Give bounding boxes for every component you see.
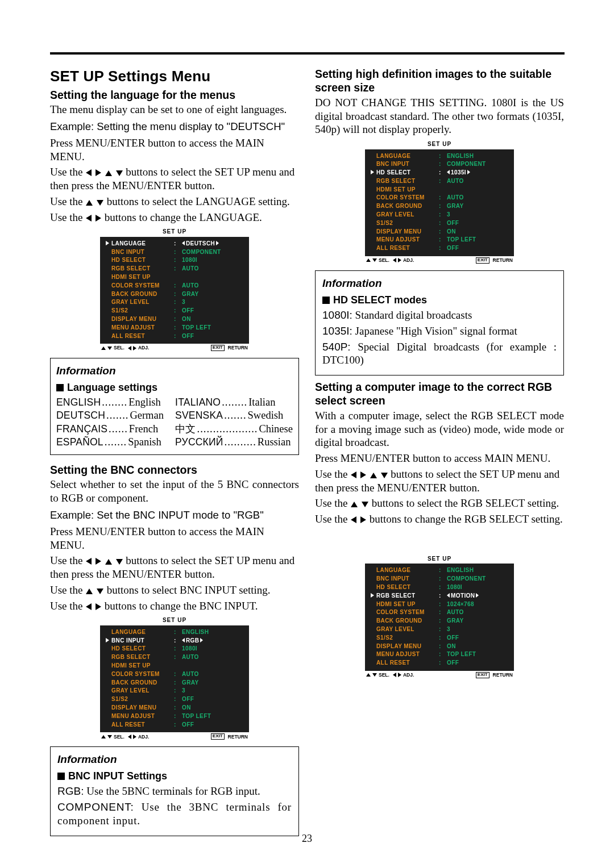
footer-sel: SEL.: [114, 345, 125, 351]
footer-exit: EXIT: [211, 733, 225, 740]
page-title: SET UP Settings Menu: [50, 67, 299, 86]
heading-language: Setting the language for the menus: [50, 88, 299, 102]
arrow-down-icon: [97, 589, 103, 594]
osd-row: ALL RESET:OFF: [106, 721, 243, 729]
osd-row: RGB SELECT:AUTO: [106, 265, 243, 273]
hd-540p-line: 540P: Special Digital broadcasts (for ex…: [322, 340, 557, 368]
osd-body: LANGUAGE:ENGLISHBNC INPUT:COMPONENTHD SE…: [365, 149, 514, 257]
rgb-step4a: Use the: [315, 513, 350, 525]
bnc-intro: Select whether to set the input of the 5…: [50, 478, 299, 505]
osd-title: SET UP: [100, 617, 249, 624]
arrow-up-icon: [366, 258, 371, 262]
osd-row: COLOR SYSTEM:AUTO: [106, 670, 243, 679]
osd-body: LANGUAGE:ENGLISHBNC INPUT:COMPONENTHD SE…: [365, 564, 514, 671]
footer-adj: ADJ.: [403, 257, 414, 264]
bnc-rgb-label: RGB:: [57, 785, 84, 797]
osd-row: RGB SELECT:MOTION: [371, 592, 508, 600]
page-root: SET UP Settings Menu Setting the languag…: [50, 52, 565, 836]
lang-step2a: Use the: [50, 166, 85, 178]
osd-body: LANGUAGE:ENGLISHBNC INPUT:RGBHD SELECT:1…: [100, 625, 249, 733]
info-box-language: Information Language settings ENGLISH...…: [50, 358, 299, 455]
arrow-right-icon: [360, 516, 366, 523]
footer-exit: EXIT: [211, 345, 225, 351]
arrow-up-icon: [105, 559, 112, 565]
rgb-step4: Use the buttons to change the RGB SELECT…: [315, 512, 564, 526]
arrow-left-icon: [86, 558, 92, 565]
osd-row: GRAY LEVEL:3: [106, 298, 243, 307]
arrow-up-icon: [370, 473, 377, 478]
osd-footer: SEL. ADJ. EXITRETURN: [365, 256, 514, 264]
bnc-example: Example: Set the BNC INPUT mode to "RGB": [50, 508, 299, 521]
info-sub: BNC INPUT Settings: [57, 770, 292, 783]
osd-row: MENU ADJUST:TOP LEFT: [106, 324, 243, 332]
osd-row: S1/S2:OFF: [106, 695, 243, 704]
osd-row: HDMI SET UP: [106, 662, 243, 670]
arrow-left-icon: [128, 735, 131, 739]
lang-step3: Use the buttons to select the LANGUAGE s…: [50, 195, 299, 208]
bnc-step2: Use the buttons to select the SET UP men…: [50, 554, 299, 581]
bnc-step2a: Use the: [50, 554, 85, 566]
osd-row: BACK GROUND:GRAY: [371, 202, 508, 211]
osd-row: BACK GROUND:GRAY: [371, 617, 508, 625]
lang-step3b: buttons to select the LANGUAGE setting.: [104, 195, 290, 207]
footer-adj: ADJ.: [403, 672, 414, 678]
osd-row: HD SELECT:1080I: [106, 256, 243, 265]
osd-row: BACK GROUND:GRAY: [106, 679, 243, 687]
osd-row: GRAY LEVEL:3: [371, 625, 508, 634]
arrow-right-icon: [96, 169, 101, 176]
bnc-step3: Use the buttons to select BNC INPUT sett…: [50, 583, 299, 597]
arrow-up-icon: [101, 347, 106, 350]
arrow-left-icon: [351, 516, 356, 523]
bnc-step4: Use the buttons to change the BNC INPUT.: [50, 599, 299, 613]
square-bullet-icon: [56, 384, 64, 391]
osd-row: RGB SELECT:AUTO: [371, 177, 508, 186]
osd-row: COLOR SYSTEM:AUTO: [106, 282, 243, 290]
osd-row: LANGUAGE:ENGLISH: [371, 566, 508, 575]
footer-return: RETURN: [493, 257, 513, 264]
lang-step1: Press MENU/ENTER button to access the MA…: [50, 136, 299, 164]
footer-sel: SEL.: [379, 672, 389, 678]
lang-step4b: buttons to change the LANGUAGE.: [102, 211, 262, 223]
bnc-step4a: Use the: [50, 600, 85, 612]
heading-hd: Setting high definition images to the su…: [315, 67, 564, 95]
osd-row: HDMI SET UP: [106, 273, 243, 282]
arrow-down-icon: [107, 735, 112, 738]
square-bullet-icon: [322, 297, 330, 304]
hd-1080i-desc: Standard digital broadcasts: [352, 309, 472, 321]
rgb-step3b: buttons to select the RGB SELECT setting…: [369, 497, 559, 509]
osd-row: MENU ADJUST:TOP LEFT: [371, 650, 508, 659]
osd-row: LANGUAGE:DEUTSCH: [106, 240, 243, 248]
rgb-step4b: buttons to change the RGB SELECT setting…: [367, 513, 563, 525]
osd-row: LANGUAGE:ENGLISH: [371, 152, 508, 161]
rgb-step3a: Use the: [315, 497, 350, 509]
lang-example: Example: Setting the menu display to "DE…: [50, 120, 299, 133]
osd-footer: SEL. ADJ. EXITRETURN: [100, 344, 249, 351]
osd-menu-rgb: SET UP LANGUAGE:ENGLISHBNC INPUT:COMPONE…: [365, 556, 514, 678]
footer-adj: ADJ.: [138, 734, 149, 740]
arrow-down-icon: [97, 200, 103, 206]
osd-row: RGB SELECT:AUTO: [106, 653, 243, 662]
bnc-rgb-desc: Use the 5BNC terminals for RGB input.: [84, 785, 260, 797]
osd-body: LANGUAGE:DEUTSCHBNC INPUT:COMPONENTHD SE…: [100, 237, 249, 344]
arrow-right-icon: [96, 215, 101, 222]
footer-adj: ADJ.: [138, 345, 149, 351]
osd-row: HD SELECT:1080I: [106, 645, 243, 653]
osd-row: ALL RESET:OFF: [106, 332, 243, 341]
osd-row: DISPLAY MENU:ON: [371, 642, 508, 651]
arrow-left-icon: [351, 471, 356, 478]
osd-row: BNC INPUT:COMPONENT: [371, 160, 508, 169]
arrow-left-icon: [86, 603, 92, 610]
osd-row: BNC INPUT:COMPONENT: [371, 575, 508, 583]
osd-row: COLOR SYSTEM:AUTO: [371, 608, 508, 617]
hd-1035i-line: 1035I: Japanese "High Vision" signal for…: [322, 324, 557, 338]
right-column: Setting high definition images to the su…: [315, 67, 564, 836]
columns: SET UP Settings Menu Setting the languag…: [50, 67, 565, 836]
osd-row: DISPLAY MENU:ON: [106, 315, 243, 324]
osd-footer: SEL. ADJ. EXITRETURN: [365, 671, 514, 678]
osd-menu-language: SET UP LANGUAGE:DEUTSCHBNC INPUT:COMPONE…: [100, 228, 249, 351]
arrow-up-icon: [105, 170, 112, 176]
lang-step2: Use the buttons to select the SET UP men…: [50, 165, 299, 193]
footer-exit: EXIT: [476, 257, 489, 264]
arrow-right-icon: [398, 258, 401, 262]
info-heading: Information: [322, 277, 557, 290]
